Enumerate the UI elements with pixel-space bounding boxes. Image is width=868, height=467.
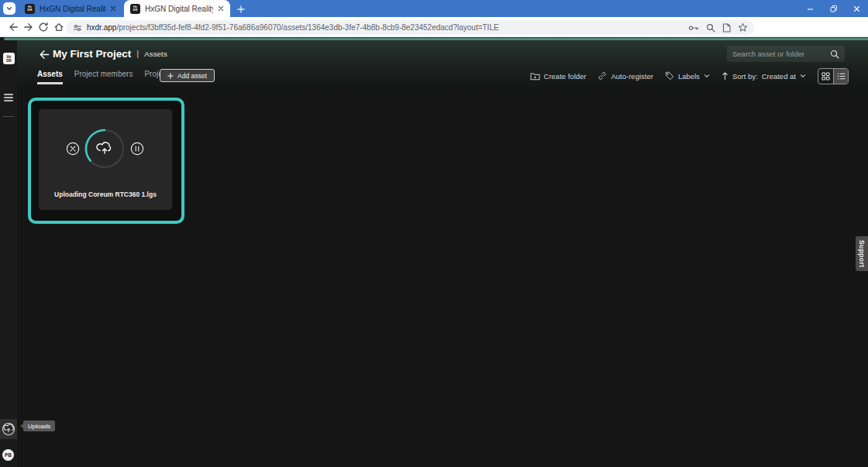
back-button[interactable] <box>6 20 20 34</box>
menu-hamburger-icon[interactable] <box>4 94 13 101</box>
pause-circle-icon <box>130 142 144 156</box>
support-tab[interactable]: Support <box>856 236 868 271</box>
logo-text: DR <box>6 59 12 63</box>
favicon-text: DR <box>133 9 138 12</box>
page-title: My First Project <box>53 48 131 60</box>
address-bar[interactable]: hxdr.app/projects/f3bff35d-fef8-4fd2-9f5… <box>67 20 754 35</box>
plus-icon <box>167 73 174 79</box>
tab-project-members[interactable]: Project members <box>74 70 133 82</box>
title-separator: | <box>136 49 139 58</box>
section-label: Assets <box>144 50 167 58</box>
chevron-down-icon <box>704 73 710 79</box>
add-asset-button[interactable]: Add asset <box>160 69 215 82</box>
reload-button[interactable] <box>36 20 50 34</box>
chevron-down-icon <box>800 73 806 79</box>
search-icon[interactable] <box>830 50 839 59</box>
browser-window: Hx DR HxGN Digital Reality Hx DR HxGN Di… <box>0 0 868 467</box>
browser-tab-2-active[interactable]: Hx DR HxGN Digital Reality <box>124 0 230 17</box>
upload-status-text: Uploading Coreum RTC360 1.lgs <box>39 191 172 198</box>
browser-toolbar: hxdr.app/projects/f3bff35d-fef8-4fd2-9f5… <box>0 17 868 37</box>
auto-register-button[interactable]: Auto-register <box>598 71 653 81</box>
link-icon <box>598 71 607 81</box>
left-sidebar: Hx DR PB <box>0 40 17 467</box>
grid-icon <box>822 72 830 81</box>
sidebar-divider <box>3 116 14 117</box>
restore-button[interactable] <box>822 0 845 17</box>
browser-tab-1[interactable]: Hx DR HxGN Digital Reality <box>19 0 122 17</box>
hxdr-app-page: Hx DR PB My First Project | Assets Asset… <box>0 37 868 467</box>
minimize-button[interactable] <box>798 0 822 17</box>
tile-view-button[interactable] <box>818 69 833 84</box>
url-host: hxdr.app <box>87 23 116 32</box>
uploads-tooltip: Uploads <box>23 421 55 431</box>
breadcrumb: My First Project | Assets <box>53 46 167 60</box>
sort-by-dropdown[interactable]: Sort by: Created at <box>722 71 806 81</box>
sort-arrow-up-icon <box>722 71 728 81</box>
progress-arc <box>86 130 105 160</box>
cancel-upload-button[interactable] <box>66 142 80 156</box>
sort-by-value: Created at <box>762 72 796 81</box>
save-page-icon[interactable] <box>722 23 731 33</box>
url-text[interactable]: hxdr.app/projects/f3bff35d-fef8-4fd2-9f5… <box>87 23 684 32</box>
list-view-button[interactable] <box>833 69 848 84</box>
url-path: /projects/f3bff35d-fef8-4fd2-9f51-76a686… <box>116 23 498 32</box>
home-button[interactable] <box>52 20 66 34</box>
pause-upload-button[interactable] <box>130 142 144 156</box>
create-folder-label: Create folder <box>544 72 587 81</box>
close-button[interactable] <box>845 0 868 17</box>
plus-icon <box>237 5 245 13</box>
site-info-icon[interactable] <box>73 23 82 33</box>
upload-progress-ring <box>84 128 126 170</box>
tab-title: HxGN Digital Reality <box>145 5 213 13</box>
tab-close-icon[interactable] <box>218 5 224 12</box>
new-tab-button[interactable] <box>235 3 246 15</box>
omnibox-icons <box>688 22 748 33</box>
user-avatar[interactable]: PB <box>2 449 14 461</box>
window-controls <box>798 0 868 17</box>
bookmark-star-icon[interactable] <box>738 22 748 33</box>
upload-cloud-icon <box>97 143 111 153</box>
hxdr-favicon: Hx DR <box>25 4 35 14</box>
arrow-left-icon <box>38 49 50 60</box>
favicon-text: DR <box>28 9 33 12</box>
labels-label: Labels <box>678 72 700 81</box>
zoom-magnifier-icon[interactable] <box>706 23 715 33</box>
add-asset-label: Add asset <box>177 72 207 80</box>
tab-close-icon[interactable] <box>110 5 116 12</box>
labels-dropdown[interactable]: Labels <box>665 71 710 81</box>
tab-assets[interactable]: Assets <box>37 70 63 84</box>
auto-register-label: Auto-register <box>611 72 653 81</box>
cancel-circle-icon <box>66 142 80 156</box>
sidebar-item-uploads[interactable] <box>0 419 17 439</box>
search-input[interactable] <box>732 50 825 58</box>
browser-tab-bar: Hx DR HxGN Digital Reality Hx DR HxGN Di… <box>0 0 868 17</box>
upload-cloud-icon <box>2 422 16 436</box>
tag-icon <box>665 71 674 81</box>
hxdr-favicon: Hx DR <box>130 4 140 14</box>
back-arrow-button[interactable] <box>37 48 50 60</box>
chevron-down-icon <box>6 5 12 12</box>
tab-title: HxGN Digital Reality <box>40 5 105 13</box>
forward-button[interactable] <box>22 20 36 34</box>
assets-action-bar: Create folder Auto-register Labels Sort … <box>530 67 849 84</box>
asset-search[interactable] <box>727 46 845 62</box>
layout-toggle <box>818 68 849 84</box>
folder-plus-icon <box>530 72 540 81</box>
password-key-icon[interactable] <box>688 23 699 33</box>
list-icon <box>837 72 846 81</box>
create-folder-button[interactable]: Create folder <box>530 72 587 81</box>
sort-by-label: Sort by: <box>732 72 758 81</box>
hxdr-logo[interactable]: Hx DR <box>3 53 15 64</box>
tab-search-button[interactable] <box>3 2 16 15</box>
